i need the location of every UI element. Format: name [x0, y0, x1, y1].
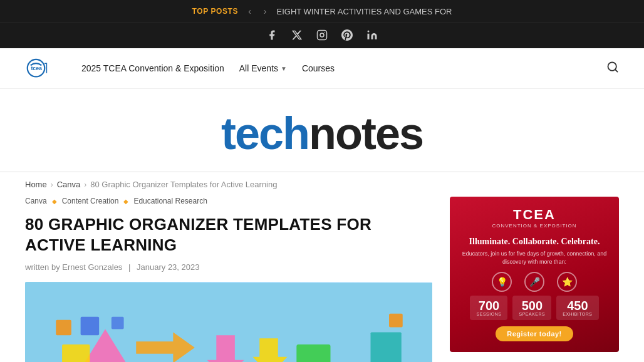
article-meta: written by Ernest Gonzales | January 23,…: [25, 262, 432, 272]
svg-rect-14: [56, 320, 71, 336]
ad-icon-star: ⭐: [557, 272, 577, 292]
svg-text:tcea: tcea: [31, 65, 42, 71]
next-post-arrow[interactable]: ›: [261, 5, 269, 18]
sessions-label: SESSIONS: [477, 312, 502, 316]
article-author: Ernest Gonzales: [62, 262, 122, 272]
svg-rect-11: [62, 344, 90, 362]
top-posts-label: TOP POSTS: [192, 7, 238, 16]
social-bar: [0, 23, 644, 48]
tag-educational-research[interactable]: Educational Research: [133, 197, 207, 205]
instagram-icon[interactable]: [315, 28, 329, 42]
svg-line-7: [615, 69, 618, 71]
tag-canva[interactable]: Canva: [25, 197, 47, 205]
article-featured-image: [25, 282, 432, 362]
register-button[interactable]: Register today!: [496, 326, 573, 341]
breadcrumb-sep-1: ›: [51, 180, 53, 189]
ad-stats: 700 SESSIONS 500 SPEAKERS 450 EXHIBITORS: [470, 296, 598, 320]
ad-description: Educators, join us for five days of grow…: [459, 250, 610, 266]
navigation-bar: tcea 2025 TCEA Convention & Exposition A…: [0, 48, 644, 89]
svg-rect-18: [296, 344, 330, 362]
ad-convention-subtitle: CONVENTION & EXPOSITION: [492, 223, 576, 229]
breadcrumb-canva[interactable]: Canva: [57, 180, 81, 189]
ad-banner: TCEA CONVENTION & EXPOSITION Illuminate.…: [450, 197, 619, 352]
bulb-icon: 💡: [492, 272, 512, 292]
technotes-logo-text: technotes: [0, 108, 644, 159]
article-sep: |: [128, 262, 130, 272]
site-hero-logo: technotes: [0, 89, 644, 172]
svg-rect-13: [371, 332, 402, 362]
ad-tcea-text: TCEA: [513, 207, 556, 223]
breadcrumb-sep-2: ›: [84, 180, 86, 189]
article-written-by: written by: [25, 262, 60, 272]
breadcrumb-current: 80 Graphic Organizer Templates for Activ…: [90, 180, 277, 189]
nav-links: 2025 TCEA Convention & Exposition All Ev…: [81, 63, 335, 73]
sessions-number: 700: [479, 299, 499, 312]
chevron-down-icon: ▼: [281, 65, 287, 72]
breadcrumb-home[interactable]: Home: [25, 180, 47, 189]
svg-rect-0: [318, 31, 327, 40]
ad-stat-exhibitors: 450 EXHIBITORS: [556, 296, 598, 320]
speakers-number: 500: [522, 299, 543, 312]
svg-rect-20: [112, 317, 124, 329]
svg-point-1: [320, 33, 324, 37]
speakers-label: SPEAKERS: [519, 312, 545, 316]
article-title: 80 GRAPHIC ORGANIZER TEMPLATES FOR ACTIV…: [25, 214, 432, 255]
tech-part: tech: [221, 108, 309, 158]
twitter-x-icon[interactable]: [290, 28, 304, 42]
top-post-title: EIGHT WINTER ACTIVITIES AND GAMES FOR: [276, 7, 452, 16]
ad-logo-area: TCEA CONVENTION & EXPOSITION: [492, 207, 576, 229]
tag-sep-2: ◆: [123, 198, 128, 205]
svg-rect-12: [81, 317, 100, 336]
notes-part: notes: [309, 108, 423, 158]
ad-icons: 💡 🎤 ⭐: [492, 272, 577, 292]
site-logo[interactable]: tcea: [25, 56, 56, 81]
tag-sep-1: ◆: [52, 198, 57, 205]
breadcrumb: Home › Canva › 80 Graphic Organizer Temp…: [0, 172, 644, 197]
sidebar: TCEA CONVENTION & EXPOSITION Illuminate.…: [450, 197, 619, 362]
ad-stat-sessions: 700 SESSIONS: [470, 296, 507, 320]
nav-courses-link[interactable]: Courses: [302, 63, 335, 73]
facebook-icon[interactable]: [265, 28, 279, 42]
svg-rect-15: [389, 314, 403, 328]
nav-events-link[interactable]: All Events ▼: [239, 63, 287, 73]
article-area: Canva ◆ Content Creation ◆ Educational R…: [25, 197, 432, 362]
star-icon: ⭐: [557, 272, 577, 292]
ad-icon-mic: 🎤: [524, 272, 544, 292]
ad-icon-bulb: 💡: [492, 272, 512, 292]
ad-stat-speakers: 500 SPEAKERS: [512, 296, 551, 320]
linkedin-icon[interactable]: [365, 28, 379, 42]
search-icon[interactable]: [606, 61, 619, 76]
nav-convention-link[interactable]: 2025 TCEA Convention & Exposition: [81, 63, 224, 73]
exhibitors-label: EXHIBITORS: [563, 312, 592, 316]
prev-post-arrow[interactable]: ‹: [246, 5, 254, 18]
tag-content-creation[interactable]: Content Creation: [62, 197, 119, 205]
ad-tagline: Illuminate. Collaborate. Celebrate.: [469, 236, 600, 247]
pinterest-icon[interactable]: [340, 28, 354, 42]
svg-point-3: [368, 31, 370, 33]
mic-icon: 🎤: [524, 272, 544, 292]
exhibitors-number: 450: [567, 299, 588, 312]
svg-point-2: [324, 32, 325, 33]
article-date: January 23, 2023: [137, 262, 199, 272]
top-bar: TOP POSTS ‹ › EIGHT WINTER ACTIVITIES AN…: [0, 0, 644, 23]
tag-row: Canva ◆ Content Creation ◆ Educational R…: [25, 197, 432, 205]
main-content: Canva ◆ Content Creation ◆ Educational R…: [0, 197, 644, 362]
